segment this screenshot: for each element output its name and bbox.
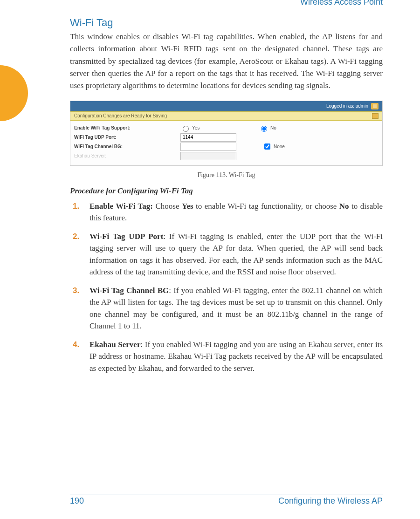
footer: 190 Configuring the Wireless AP — [70, 494, 383, 506]
row-ekahau: Ekahau Server: — [74, 151, 379, 161]
svg-rect-0 — [373, 104, 377, 108]
footer-rule — [70, 494, 383, 494]
figure-body: Enable WiFi Tag Support: Yes No WiFi Tag… — [70, 121, 382, 165]
radio-no-label: No — [270, 125, 276, 130]
input-ekahau[interactable] — [180, 152, 236, 160]
config-changes-text: Configuration Changes are Ready for Savi… — [74, 113, 167, 118]
procedure-list: Enable Wi-Fi Tag: Choose Yes to enable W… — [70, 200, 383, 375]
step3-bold: Wi-Fi Tag Channel BG — [90, 286, 169, 295]
disk-icon[interactable] — [372, 113, 379, 119]
procedure-step-4: Ekahau Server: If you enabled Wi-Fi tagg… — [87, 339, 383, 375]
step2-bold: Wi-Fi Tag UDP Port — [90, 232, 163, 241]
figure-caption: Figure 113. Wi-Fi Tag — [70, 171, 383, 179]
label-udp: WiFi Tag UDP Port: — [74, 135, 177, 140]
radio-yes-label: Yes — [192, 125, 200, 130]
label-channel: WiFi Tag Channel BG: — [74, 144, 177, 149]
content-area: Wireless Access Point Wi-Fi Tag This win… — [70, 9, 383, 486]
label-enable: Enable WiFi Tag Support: — [74, 125, 177, 130]
checkbox-none-label: None — [274, 144, 285, 149]
radio-no[interactable] — [261, 126, 267, 132]
input-udp-port[interactable] — [180, 133, 236, 142]
chapter-title: Configuring the Wireless AP — [278, 496, 383, 506]
running-header: Wireless Access Point — [70, 0, 383, 7]
login-status: Logged in as: admin — [326, 103, 368, 109]
page: Wireless Access Point Wi-Fi Tag This win… — [0, 0, 420, 519]
intro-paragraph: This window enables or disables Wi-Fi ta… — [70, 31, 383, 92]
input-channel[interactable] — [180, 143, 236, 151]
save-icon[interactable] — [371, 103, 379, 109]
step1-bold: Enable Wi-Fi Tag: — [90, 202, 153, 211]
checkbox-none[interactable] — [264, 143, 270, 150]
header-rule — [70, 10, 383, 10]
step1-text-b: to enable Wi-Fi tag functionality, or ch… — [193, 202, 339, 211]
row-channel: WiFi Tag Channel BG: None — [74, 142, 379, 151]
step1-no: No — [339, 202, 349, 211]
figure-top-bar: Logged in as: admin — [70, 101, 382, 111]
page-number: 190 — [70, 496, 84, 506]
procedure-step-3: Wi-Fi Tag Channel BG: If you enabled Wi-… — [87, 285, 383, 332]
figure-config-changes-bar: Configuration Changes are Ready for Savi… — [70, 111, 382, 121]
section-title: Wi-Fi Tag — [70, 17, 383, 29]
figure-wrap: Logged in as: admin Configuration Change… — [70, 101, 383, 179]
procedure-step-1: Enable Wi-Fi Tag: Choose Yes to enable W… — [87, 200, 383, 224]
step4-bold: Ekahau Server — [90, 340, 140, 349]
side-tab-decoration — [0, 65, 28, 121]
step1-text-a: Choose — [153, 202, 182, 211]
procedure-title: Procedure for Configuring Wi-Fi Tag — [70, 186, 383, 196]
screenshot-figure: Logged in as: admin Configuration Change… — [70, 101, 383, 166]
step1-yes: Yes — [182, 202, 193, 211]
procedure-step-2: Wi-Fi Tag UDP Port: If Wi-Fi tagging is … — [87, 231, 383, 278]
radio-yes[interactable] — [183, 126, 189, 132]
row-udp: WiFi Tag UDP Port: — [74, 133, 379, 142]
row-enable: Enable WiFi Tag Support: Yes No — [74, 123, 379, 133]
label-ekahau: Ekahau Server: — [74, 153, 177, 158]
